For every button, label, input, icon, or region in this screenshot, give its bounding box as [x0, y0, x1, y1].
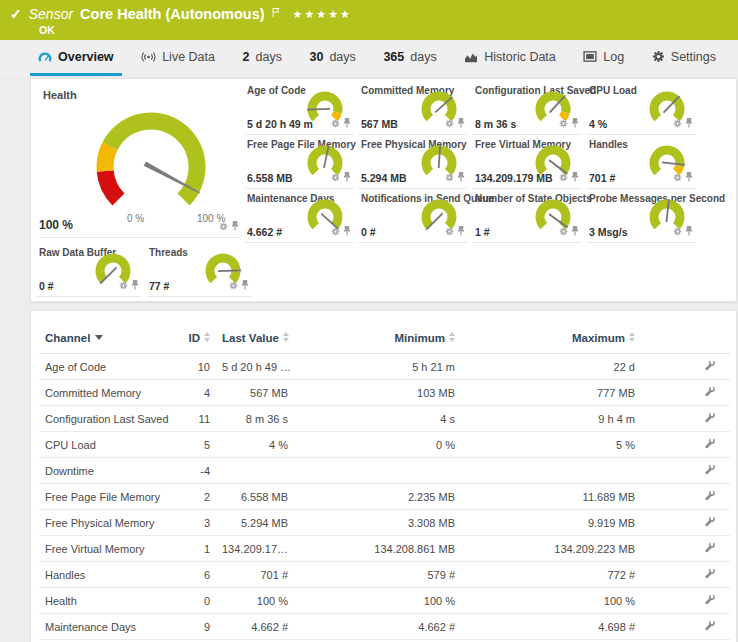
channel-settings-wrench-icon[interactable]: [703, 437, 716, 452]
tab-label: Live Data: [162, 50, 215, 64]
gauge-pin-icon[interactable]: [457, 168, 465, 186]
gauge-icon: [38, 51, 52, 63]
cell-id: 4: [174, 380, 216, 406]
gauge-value: 4 %: [589, 118, 607, 130]
table-row: Handles6701 #579 #772 #: [39, 562, 730, 588]
gauge-value: 1 #: [475, 226, 490, 238]
gauge-gear-icon[interactable]: [673, 222, 682, 240]
cell-minimum: 103 MB: [294, 380, 461, 406]
tab-365-days[interactable]: 365days: [375, 40, 444, 76]
cell-minimum: 100 %: [294, 588, 461, 614]
tab-settings[interactable]: Settings: [644, 40, 724, 76]
tab-label-bold: 365: [383, 50, 404, 64]
gauge-pin-icon[interactable]: [571, 222, 579, 240]
tab-label: Settings: [671, 50, 716, 64]
channel-settings-wrench-icon[interactable]: [703, 411, 716, 426]
gauge-pin-icon[interactable]: [131, 276, 139, 294]
tab-historic-data[interactable]: Historic Data: [456, 40, 564, 76]
cell-channel: CPU Load: [39, 432, 174, 458]
channel-settings-wrench-icon[interactable]: [703, 385, 716, 400]
gauge-value: 0 #: [39, 280, 54, 292]
table-row: Configuration Last Saved118 m 36 s4 s9 h…: [39, 406, 730, 432]
gauge-value: 134.209.179 MB: [475, 172, 553, 184]
gauge-gear-icon[interactable]: [445, 114, 454, 132]
column-header-last-value[interactable]: Last Value: [216, 311, 294, 354]
channel-settings-wrench-icon[interactable]: [703, 463, 716, 478]
gauge-value: 3 Msg/s: [589, 226, 628, 238]
gauge-value: 4.662 #: [247, 226, 282, 238]
gauge-gear-icon[interactable]: [219, 217, 228, 235]
gauge-pin-icon[interactable]: [343, 168, 351, 186]
cell-channel: Free Page File Memory: [39, 484, 174, 510]
gauge-value: 8 m 36 s: [475, 118, 516, 130]
sort-icon: [283, 332, 289, 342]
tab-2-days[interactable]: 2days: [235, 40, 290, 76]
gauge-pin-icon[interactable]: [457, 114, 465, 132]
chart-icon: [464, 51, 478, 63]
gauge-gear-icon[interactable]: [673, 168, 682, 186]
gauge-pin-icon[interactable]: [685, 168, 693, 186]
cell-maximum: 777 MB: [461, 380, 641, 406]
gauge-gear-icon[interactable]: [331, 222, 340, 240]
cell-last-value: [216, 458, 294, 484]
cell-channel: Maintenance Days: [39, 614, 174, 640]
gauge-gear-icon[interactable]: [559, 222, 568, 240]
column-label: ID: [189, 332, 201, 344]
channel-settings-wrench-icon[interactable]: [703, 541, 716, 556]
gauge-pin-icon[interactable]: [343, 222, 351, 240]
gauge-pin-icon[interactable]: [571, 168, 579, 186]
column-header-maximum[interactable]: Maximum: [461, 311, 641, 354]
gauge-gear-icon[interactable]: [673, 114, 682, 132]
gauge-gear-icon[interactable]: [559, 114, 568, 132]
cell-last-value: 567 MB: [216, 380, 294, 406]
gauge-pin-icon[interactable]: [571, 114, 579, 132]
gauge-pin-icon[interactable]: [685, 114, 693, 132]
cell-maximum: 9.919 MB: [461, 510, 641, 536]
gauge-gear-icon[interactable]: [331, 114, 340, 132]
gauge-gear-icon[interactable]: [559, 168, 568, 186]
cell-id: 1: [174, 536, 216, 562]
tab-overview[interactable]: Overview: [30, 40, 122, 76]
channel-settings-wrench-icon[interactable]: [703, 489, 716, 504]
channel-settings-wrench-icon[interactable]: [703, 359, 716, 374]
status-badge: OK: [39, 24, 55, 36]
gauge-gear-icon[interactable]: [331, 168, 340, 186]
channel-settings-wrench-icon[interactable]: [703, 567, 716, 582]
gauge-gear-icon[interactable]: [229, 276, 238, 294]
channel-settings-wrench-icon[interactable]: [703, 593, 716, 608]
gauge-gear-icon[interactable]: [119, 276, 128, 294]
gauge-gear-icon[interactable]: [445, 222, 454, 240]
cell-id: 0: [174, 588, 216, 614]
tab-bar: OverviewLive Data2days30days365daysHisto…: [0, 40, 738, 76]
cell-minimum: 579 #: [294, 562, 461, 588]
cell-maximum: 9 h 4 m: [461, 406, 641, 432]
column-header-minimum[interactable]: Minimum: [294, 311, 461, 354]
cell-id: 2: [174, 484, 216, 510]
channel-settings-wrench-icon[interactable]: [703, 515, 716, 530]
flag-icon[interactable]: [272, 4, 280, 22]
cell-minimum: 5 h 21 m: [294, 354, 461, 380]
gauge-value: 100 %: [39, 218, 73, 232]
column-header-actions: [641, 311, 730, 354]
tab-live-data[interactable]: Live Data: [133, 40, 223, 76]
gauge-value: 5.294 MB: [361, 172, 407, 184]
gauge-pin-icon[interactable]: [343, 114, 351, 132]
priority-stars[interactable]: ★★★★★: [293, 6, 352, 22]
column-header-id[interactable]: ID: [174, 311, 216, 354]
table-header-row: ChannelIDLast ValueMinimumMaximum: [39, 311, 730, 354]
gauge-pin-icon[interactable]: [685, 222, 693, 240]
cell-id: 9: [174, 614, 216, 640]
gauge-gear-icon[interactable]: [445, 168, 454, 186]
gauge-value: 5 d 20 h 49 m: [247, 118, 313, 130]
tab-log[interactable]: Log: [575, 40, 632, 76]
column-label: Minimum: [395, 332, 445, 344]
gauge-cell-free-physical-memory: Free Physical Memory5.294 MB: [359, 137, 467, 189]
gauge-pin-icon[interactable]: [231, 217, 239, 235]
channel-settings-wrench-icon[interactable]: [703, 619, 716, 634]
tab-30-days[interactable]: 30days: [302, 40, 364, 76]
gauge-pin-icon[interactable]: [457, 222, 465, 240]
column-header-channel[interactable]: Channel: [39, 311, 174, 354]
cell-channel: Downtime: [39, 458, 174, 484]
gauge-pin-icon[interactable]: [241, 276, 249, 294]
cell-minimum: 4.662 #: [294, 614, 461, 640]
